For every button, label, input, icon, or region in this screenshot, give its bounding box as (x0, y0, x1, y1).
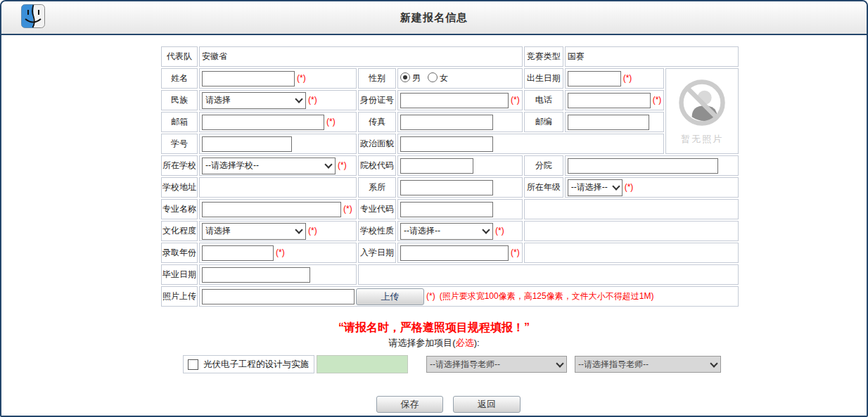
registration-form-table: 代表队 安徽省 竞赛类型 国赛 姓名 (*) 性别 男女 出生日期 (*) 暂无… (160, 45, 740, 308)
branch-input[interactable] (568, 158, 718, 174)
gender-radio-group: 男女 (397, 68, 523, 89)
gender-female-radio[interactable] (428, 72, 438, 82)
row-address-dept-grade: 学校地址 系所 所在年级 --请选择--(*) (161, 177, 739, 198)
birth-date-input[interactable] (568, 71, 621, 86)
competition-type-value: 国赛 (565, 46, 739, 67)
admission-year-label: 录取年份 (161, 243, 198, 263)
required-marker: (*) (308, 226, 317, 236)
required-marker: (*) (623, 73, 632, 83)
required-marker: (*) (511, 95, 520, 105)
project-checkbox[interactable] (188, 359, 198, 370)
id-number-input[interactable] (400, 93, 509, 108)
graduation-date-label: 毕业日期 (161, 264, 198, 285)
photo-upload-note: (照片要求宽100像素，高125像素，文件大小不得超过1M) (440, 291, 654, 301)
education-level-select[interactable]: 请选择 (202, 223, 306, 240)
project-heading-suffix: ): (474, 338, 480, 348)
team-label: 代表队 (161, 46, 198, 67)
no-photo-person-icon (677, 77, 727, 128)
chevron-down-icon (710, 359, 717, 367)
row-name-gender-birth: 姓名 (*) 性别 男女 出生日期 (*) 暂无照片 (161, 68, 739, 89)
empty-cell (524, 243, 739, 263)
name-input[interactable] (202, 71, 295, 86)
row-admission-enrollment: 录取年份 (*) 入学日期 (*) (161, 243, 739, 263)
row-photo-upload: 照片上传 上传(*)(照片要求宽100像素，高125像素，文件大小不得超过1M) (161, 286, 739, 307)
back-button[interactable]: 返回 (453, 396, 521, 413)
empty-cell (524, 221, 739, 241)
gender-female-label: 女 (440, 73, 448, 83)
postal-code-label: 邮编 (524, 112, 563, 132)
competition-type-label: 竞赛类型 (524, 46, 563, 67)
education-level-select-value: 请选择 (205, 225, 231, 237)
photo-upload-label: 照片上传 (161, 286, 198, 307)
no-photo-text: 暂无照片 (668, 133, 736, 146)
school-nature-label: 学校性质 (358, 221, 396, 241)
school-label: 所在学校 (161, 155, 198, 176)
graduation-date-input[interactable] (202, 267, 310, 283)
birth-date-label: 出生日期 (524, 68, 563, 89)
department-label: 系所 (358, 177, 396, 198)
chevron-down-icon (482, 226, 490, 233)
chevron-down-icon (324, 160, 332, 168)
required-marker: (*) (511, 248, 520, 257)
political-status-input[interactable] (400, 136, 493, 152)
school-select[interactable]: --请选择学校-- (202, 158, 336, 174)
project-heading: 请选择参加项目(必选): (1, 337, 867, 349)
photo-upload-input[interactable] (202, 289, 355, 304)
enrollment-date-label: 入学日期 (358, 243, 396, 263)
admission-year-input[interactable] (202, 245, 274, 261)
empty-cell (524, 199, 739, 219)
project-score-input[interactable] (317, 355, 408, 373)
major-code-input[interactable] (400, 202, 493, 217)
gender-male-radio[interactable] (400, 72, 410, 82)
row-school: 所在学校 --请选择学校--(*) 院校代码 分院 (161, 155, 739, 176)
education-level-label: 文化程度 (161, 221, 198, 241)
political-status-label: 政治面貌 (358, 134, 396, 154)
project-checkbox-cell: 光伏电子工程的设计与实施 (183, 355, 314, 373)
teacher-select-2[interactable]: --请选择指导老师-- (575, 356, 721, 373)
fax-input[interactable] (400, 115, 493, 130)
department-input[interactable] (400, 180, 493, 195)
id-number-label: 身份证号 (358, 90, 396, 110)
teacher-select-1[interactable]: --请选择指导老师-- (426, 356, 567, 373)
grade-select[interactable]: --请选择-- (568, 179, 623, 196)
required-marker: (*) (308, 95, 317, 105)
registration-page: 新建报名信息 代表队 安徽省 竞赛类型 国赛 姓名 (*) 性别 男女 出生日期… (0, 0, 868, 417)
school-code-input[interactable] (400, 158, 473, 174)
phone-label: 电话 (524, 90, 563, 110)
upload-button[interactable]: 上传 (356, 288, 424, 305)
school-address-value (199, 177, 357, 198)
school-nature-select[interactable]: --请选择-- (400, 223, 493, 240)
gender-male-label: 男 (412, 73, 421, 83)
enrollment-date-input[interactable] (400, 245, 509, 261)
page-header: 新建报名信息 (1, 1, 867, 35)
ethnicity-label: 民族 (161, 90, 198, 110)
required-marker: (*) (338, 160, 347, 170)
project-name-label: 光伏电子工程的设计与实施 (203, 359, 309, 371)
school-nature-select-value: --请选择-- (404, 225, 440, 237)
photo-placeholder-cell: 暂无照片 (665, 68, 739, 154)
grade-label: 所在年级 (524, 177, 563, 198)
required-marker: (*) (625, 182, 634, 192)
required-marker: (*) (297, 73, 306, 83)
email-input[interactable] (202, 115, 324, 130)
ethnicity-select[interactable]: 请选择 (202, 92, 306, 109)
row-email-fax-postal: 邮箱 (*) 传真 邮编 (161, 112, 739, 132)
teacher-select-1-value: --请选择指导老师-- (430, 359, 500, 371)
student-id-input[interactable] (202, 136, 292, 152)
required-marker: (*) (495, 226, 504, 236)
page-title: 新建报名信息 (1, 11, 867, 25)
mac-finder-logo-icon (21, 4, 45, 31)
chevron-down-icon (556, 359, 563, 367)
school-code-label: 院校代码 (358, 155, 396, 176)
phone-input[interactable] (568, 93, 651, 108)
postal-code-input[interactable] (568, 115, 649, 130)
save-button[interactable]: 保存 (376, 396, 443, 413)
required-marker: (*) (326, 117, 336, 127)
project-selection-row: 光伏电子工程的设计与实施 --请选择指导老师-- --请选择指导老师-- (183, 355, 867, 373)
required-marker: (*) (343, 204, 352, 214)
major-name-input[interactable] (202, 202, 341, 217)
branch-label: 分院 (524, 155, 563, 176)
row-ethnicity-id-phone: 民族 请选择(*) 身份证号 (*) 电话 (*) (161, 90, 739, 110)
row-graduation: 毕业日期 (161, 264, 739, 285)
row-team: 代表队 安徽省 竞赛类型 国赛 (161, 46, 739, 67)
